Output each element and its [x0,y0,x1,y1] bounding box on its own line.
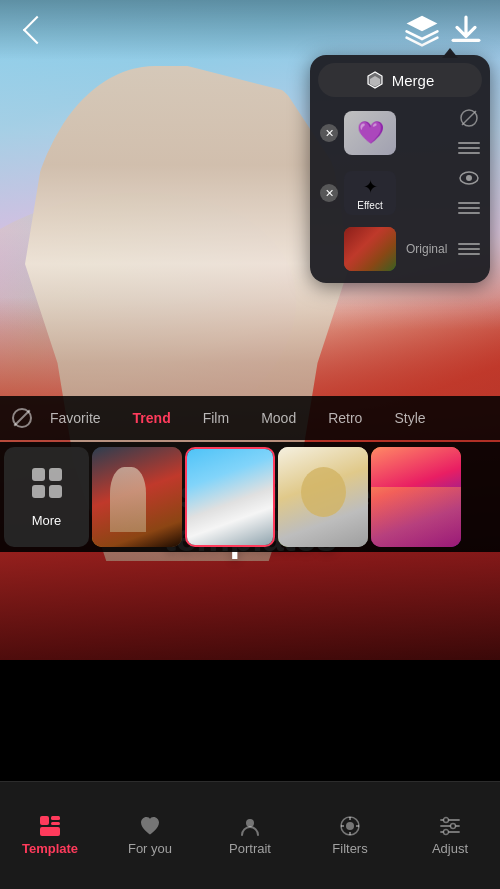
more-label: More [32,513,62,528]
layer-original-reorder-icon[interactable] [458,238,480,260]
template-nav-icon [39,815,61,837]
svg-line-1 [462,111,476,125]
svg-point-22 [444,818,449,823]
layer-original-thumb[interactable] [344,227,396,271]
svg-rect-11 [40,827,60,836]
template-thumb-4[interactable] [371,447,461,547]
template-thumb-2-image [187,449,273,545]
filter-retro[interactable]: Retro [314,406,376,430]
for-you-nav-icon [139,815,161,837]
layer-heart-close[interactable]: ✕ [320,124,338,142]
layer-heart-thumb[interactable]: 💜 [344,111,396,155]
filter-style[interactable]: Style [380,406,439,430]
merge-popup: Merge ✕ 💜 [310,55,490,283]
svg-point-23 [451,824,456,829]
layer-heart-edit-icon[interactable] [458,107,480,129]
nav-item-template[interactable]: Template [0,807,100,864]
svg-rect-4 [32,468,45,481]
nav-label-template: Template [22,841,78,856]
top-header [0,0,500,60]
thumbnails-row: More [0,442,500,552]
layer-heart-row: ✕ 💜 [318,103,482,163]
template-thumb-1[interactable] [92,447,182,547]
layers-icon [404,12,440,48]
layers-button[interactable] [404,12,440,48]
nav-label-filters: Filters [332,841,367,856]
svg-rect-8 [40,816,49,825]
merge-button-label: Merge [392,72,435,89]
template-thumb-3[interactable] [278,447,368,547]
header-right-controls [404,12,484,48]
bottom-navigation: Template For you Portrait Filters [0,781,500,889]
nav-item-for-you[interactable]: For you [100,807,200,864]
layer-effect-visibility-icon[interactable] [458,167,480,189]
layer-heart-reorder-icon[interactable] [458,137,480,159]
svg-rect-10 [51,822,60,825]
download-icon [448,12,484,48]
filters-nav-icon [339,815,361,837]
nav-label-for-you: For you [128,841,172,856]
svg-rect-6 [32,485,45,498]
template-thumb-1-image [92,447,182,547]
filter-mood[interactable]: Mood [247,406,310,430]
layer-effect-row: ✕ ✦ Effect [318,163,482,223]
layer-original-label: Original [406,242,447,256]
more-icon [30,466,64,507]
filter-trend[interactable]: Trend [119,406,185,430]
portrait-nav-icon [239,815,261,837]
back-button[interactable] [16,12,52,48]
more-templates-button[interactable]: More [4,447,89,547]
merge-button-icon [366,71,384,89]
nav-item-filters[interactable]: Filters [300,807,400,864]
filter-divider-icon [12,408,32,428]
layer-original-controls [458,238,480,260]
layer-heart-controls [458,107,480,159]
svg-rect-9 [51,816,60,820]
filter-favorite[interactable]: Favorite [36,406,115,430]
svg-point-3 [466,175,472,181]
adjust-nav-icon [439,815,461,837]
effect-sparkle-icon: ✦ [363,176,378,198]
layer-effect-reorder-icon[interactable] [458,197,480,219]
download-button[interactable] [448,12,484,48]
back-arrow-icon [23,16,51,44]
svg-rect-5 [49,468,62,481]
layer-effect-thumb[interactable]: ✦ Effect [344,171,396,215]
nav-label-adjust: Adjust [432,841,468,856]
merge-button[interactable]: Merge [318,63,482,97]
svg-point-14 [346,822,354,830]
filter-film[interactable]: Film [189,406,243,430]
template-thumb-3-image [278,447,368,547]
template-thumb-4-image [371,447,461,547]
main-canvas: Merge ✕ 💜 [0,0,500,660]
layer-effect-controls [458,167,480,219]
nav-label-portrait: Portrait [229,841,271,856]
svg-point-24 [444,830,449,835]
filter-bar: Favorite Trend Film Mood Retro Style [0,396,500,440]
nav-item-portrait[interactable]: Portrait [200,807,300,864]
layer-original-row: Original [318,223,482,275]
template-thumb-2[interactable] [185,447,275,547]
layer-effect-close[interactable]: ✕ [320,184,338,202]
nav-item-adjust[interactable]: Adjust [400,807,500,864]
svg-rect-7 [49,485,62,498]
effect-thumb-label: Effect [357,200,382,211]
svg-point-12 [246,819,254,827]
heart-sticker-icon: 💜 [357,120,384,146]
